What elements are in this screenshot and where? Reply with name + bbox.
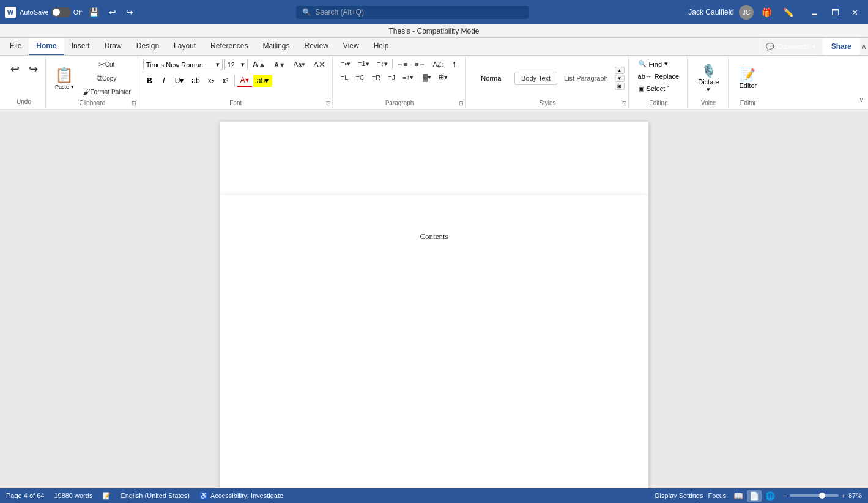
paste-button[interactable]: 📋 Paste ▾: [51, 64, 78, 93]
font-shrink-button[interactable]: A▼: [271, 59, 289, 70]
minimize-button[interactable]: 🗕: [806, 7, 824, 18]
multilevel-list-button[interactable]: ≡↕▾: [374, 58, 391, 70]
dictate-button[interactable]: 🎙️ Dictate ▾: [692, 61, 724, 97]
collapse-ribbon-button2[interactable]: ∨: [858, 94, 866, 105]
styles-scroll-up[interactable]: ▲: [615, 67, 625, 74]
strikethrough-button[interactable]: ab: [188, 75, 203, 87]
styles-scroll-down[interactable]: ▼: [615, 75, 625, 82]
autosave-toggle[interactable]: AutoSave Off: [20, 7, 82, 17]
borders-button[interactable]: ⊞▾: [436, 72, 451, 83]
font-expand-icon[interactable]: ⊡: [326, 100, 331, 106]
tab-references[interactable]: References: [203, 38, 255, 55]
title-bar-right: Jack Caulfield JC 🎁 ✏️ 🗕 🗖 ✕: [688, 5, 863, 20]
subscript-button[interactable]: x₂: [204, 75, 218, 87]
print-layout-button[interactable]: 📄: [747, 490, 762, 502]
font-format-row: B I U▾ ab x₂ x² A▾ ab▾: [143, 74, 272, 87]
sort-button[interactable]: AZ↕: [430, 59, 448, 70]
maximize-button[interactable]: 🗖: [826, 7, 844, 18]
show-marks-button[interactable]: ¶: [449, 59, 461, 70]
styles-expand[interactable]: ⊞: [615, 83, 625, 90]
select-button[interactable]: ▣ Select ˅: [634, 83, 675, 95]
tab-view[interactable]: View: [336, 38, 366, 55]
justify-button[interactable]: ≡J: [385, 72, 398, 83]
superscript-button[interactable]: x²: [219, 75, 232, 87]
copy-button[interactable]: ⧉ Copy: [80, 72, 134, 85]
decrease-indent-button[interactable]: ←≡: [394, 59, 410, 70]
clipboard-expand-icon[interactable]: ⊡: [132, 100, 136, 106]
font-grow-button[interactable]: A▲: [250, 58, 269, 71]
spell-check-icon[interactable]: 📝: [102, 492, 111, 500]
paragraph-expand-icon[interactable]: ⊡: [459, 100, 464, 106]
autosave-switch[interactable]: [51, 7, 71, 17]
autosave-label: AutoSave: [20, 9, 49, 16]
tab-help[interactable]: Help: [366, 38, 396, 55]
group-editor: 📝 Editor Editor: [730, 57, 766, 108]
styles-expand-icon[interactable]: ⊡: [622, 100, 627, 106]
web-layout-button[interactable]: 🌐: [763, 490, 777, 502]
zoom-slider[interactable]: [790, 494, 839, 497]
find-button[interactable]: 🔍 Find ▾: [634, 58, 672, 70]
style-normal[interactable]: Normal: [470, 72, 513, 85]
tab-layout[interactable]: Layout: [166, 38, 203, 55]
group-voice-label: Voice: [692, 100, 724, 106]
zoom-out-button[interactable]: −: [782, 491, 787, 501]
align-left-button[interactable]: ≡L: [338, 72, 352, 83]
style-list-paragraph[interactable]: List Paragraph: [558, 72, 614, 85]
change-case-button[interactable]: Aa▾: [291, 59, 308, 70]
ribbon-icon[interactable]: 🎁: [759, 6, 775, 19]
read-mode-button[interactable]: 📖: [731, 490, 746, 502]
font-color-button[interactable]: A▾: [237, 74, 253, 87]
align-right-button[interactable]: ≡R: [369, 72, 384, 83]
tab-design[interactable]: Design: [129, 38, 166, 55]
format-painter-button[interactable]: 🖌 Format Painter: [80, 86, 134, 98]
cut-button[interactable]: ✂ Cut: [80, 58, 134, 71]
focus-button[interactable]: Focus: [708, 492, 726, 499]
paragraph-row2: ≡L ≡C ≡R ≡J ≡↕▾ ▓▾ ⊞▾: [338, 72, 451, 83]
zoom-in-button[interactable]: +: [841, 491, 846, 501]
clear-formatting-button[interactable]: A✕: [310, 58, 328, 71]
search-bar[interactable]: 🔍 Search (Alt+Q): [296, 6, 529, 19]
group-font: Times New Roman ▾ 12 ▾ A▲ A▼ Aa▾ A✕ B I …: [139, 57, 333, 108]
font-name-selector[interactable]: Times New Roman ▾: [143, 59, 223, 70]
accessibility-label: Accessibility: Investigate: [210, 492, 283, 499]
title-center: 🔍 Search (Alt+Q): [141, 6, 683, 19]
bold-button[interactable]: B: [143, 75, 157, 87]
tab-file[interactable]: File: [2, 38, 29, 55]
save-button[interactable]: 💾: [86, 6, 102, 19]
increase-indent-button[interactable]: ≡→: [412, 59, 428, 70]
tab-draw[interactable]: Draw: [97, 38, 129, 55]
tab-mailings[interactable]: Mailings: [255, 38, 297, 55]
dictate-dropdown: ▾: [707, 86, 710, 94]
group-undo: ↩ ↪ Undo: [2, 57, 46, 108]
redo-button[interactable]: ↪: [24, 59, 42, 79]
close-button[interactable]: ✕: [847, 7, 863, 18]
status-bar-right: Display Settings Focus 📖 📄 🌐 − + 87%: [655, 490, 862, 502]
underline-button[interactable]: U▾: [171, 75, 188, 87]
editor-button[interactable]: 📝 Editor: [733, 64, 762, 92]
tab-home[interactable]: Home: [29, 38, 64, 55]
numbered-list-button[interactable]: ≡1▾: [355, 58, 373, 70]
font-name-dropdown-icon: ▾: [216, 61, 220, 68]
pen-icon[interactable]: ✏️: [780, 6, 796, 19]
bullet-list-button[interactable]: ≡•▾: [338, 58, 354, 70]
replace-button[interactable]: ab→ Replace: [634, 71, 684, 82]
shading-button[interactable]: ▓▾: [420, 72, 434, 83]
style-body-text[interactable]: Body Text: [514, 72, 557, 85]
collapse-ribbon-button[interactable]: ∧: [860, 38, 868, 55]
font-size-selector[interactable]: 12 ▾: [224, 59, 248, 70]
font-size-value: 12: [228, 61, 235, 68]
line-spacing-button[interactable]: ≡↕▾: [399, 72, 417, 83]
align-center-button[interactable]: ≡C: [352, 72, 367, 83]
share-button[interactable]: Share: [823, 38, 860, 55]
display-settings-button[interactable]: Display Settings: [655, 492, 703, 499]
italic-button[interactable]: I: [157, 75, 171, 87]
comments-button[interactable]: 💬 Comments ▾: [759, 38, 822, 55]
undo-button[interactable]: ↩: [6, 59, 23, 79]
undo-button[interactable]: ↩: [106, 6, 119, 19]
tab-review[interactable]: Review: [297, 38, 336, 55]
word-count: 19880 words: [54, 492, 92, 499]
redo-button[interactable]: ↪: [123, 6, 136, 19]
accessibility-button[interactable]: ♿ Accessibility: Investigate: [199, 492, 283, 500]
tab-insert[interactable]: Insert: [64, 38, 97, 55]
highlight-button[interactable]: ab▾: [253, 75, 272, 87]
